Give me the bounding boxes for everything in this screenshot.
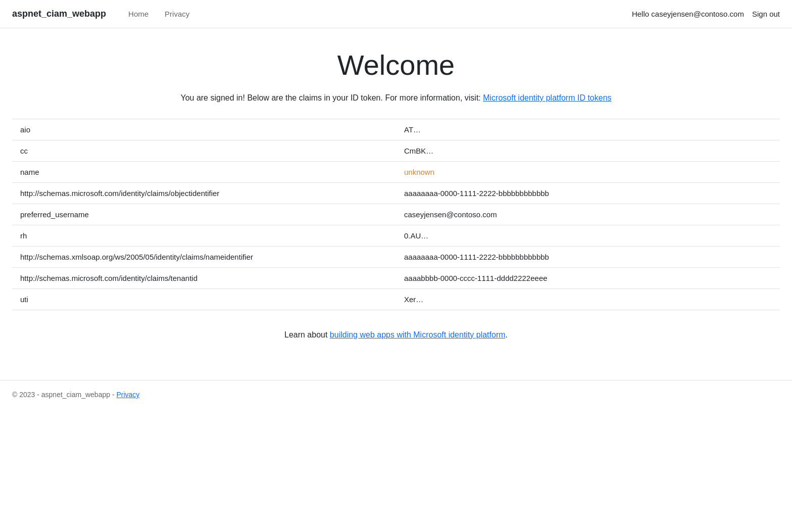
navbar: aspnet_ciam_webapp Home Privacy Hello ca… (0, 0, 792, 28)
signout-link[interactable]: Sign out (752, 10, 780, 18)
learn-more-link[interactable]: building web apps with Microsoft identit… (330, 330, 506, 339)
claim-value: aaaaaaaa-0000-1111-2222-bbbbbbbbbbbb (396, 247, 780, 268)
claim-value: caseyjensen@contoso.com (396, 204, 780, 225)
table-row: http://schemas.xmlsoap.org/ws/2005/05/id… (12, 247, 780, 268)
nav-link-privacy[interactable]: Privacy (159, 6, 195, 22)
claim-key: http://schemas.microsoft.com/identity/cl… (12, 183, 396, 204)
learn-more-suffix: . (506, 330, 508, 339)
main-content: Welcome You are signed in! Below are the… (0, 28, 792, 380)
learn-more-prefix: Learn about (284, 330, 330, 339)
table-row: http://schemas.microsoft.com/identity/cl… (12, 268, 780, 289)
claim-value: aaaaaaaa-0000-1111-2222-bbbbbbbbbbbb (396, 183, 780, 204)
claim-value: 0.AU… (396, 225, 780, 247)
claims-table: aioAT…ccCmBK…nameunknownhttp://schemas.m… (12, 119, 780, 310)
claim-value: CmBK… (396, 140, 780, 162)
navbar-right: Hello caseyjensen@contoso.com Sign out (632, 10, 780, 18)
claim-value: unknown (396, 162, 780, 183)
footer-copyright: © 2023 - aspnet_ciam_webapp - (12, 391, 116, 399)
table-row: rh0.AU… (12, 225, 780, 247)
claim-key: uti (12, 289, 396, 310)
page-title: Welcome (12, 49, 780, 81)
claim-value: Xer… (396, 289, 780, 310)
claim-key: name (12, 162, 396, 183)
subtitle: You are signed in! Below are the claims … (12, 93, 780, 103)
navbar-brand[interactable]: aspnet_ciam_webapp (12, 9, 106, 19)
table-row: aioAT… (12, 119, 780, 140)
claim-key: aio (12, 119, 396, 140)
claim-key: http://schemas.xmlsoap.org/ws/2005/05/id… (12, 247, 396, 268)
footer-privacy-link[interactable]: Privacy (116, 391, 139, 399)
table-row: http://schemas.microsoft.com/identity/cl… (12, 183, 780, 204)
subtitle-link[interactable]: Microsoft identity platform ID tokens (483, 93, 611, 102)
hello-text: Hello caseyjensen@contoso.com (632, 10, 744, 18)
nav-item-home: Home (122, 10, 155, 19)
subtitle-prefix: You are signed in! Below are the claims … (180, 93, 480, 102)
claim-key: preferred_username (12, 204, 396, 225)
claim-key: rh (12, 225, 396, 247)
table-row: nameunknown (12, 162, 780, 183)
table-row: utiXer… (12, 289, 780, 310)
learn-more: Learn about building web apps with Micro… (12, 330, 780, 340)
footer: © 2023 - aspnet_ciam_webapp - Privacy (0, 380, 792, 409)
nav-link-home[interactable]: Home (122, 6, 155, 22)
claim-key: http://schemas.microsoft.com/identity/cl… (12, 268, 396, 289)
claim-value: aaaabbbb-0000-cccc-1111-dddd2222eeee (396, 268, 780, 289)
nav-item-privacy: Privacy (159, 10, 195, 19)
navbar-nav: Home Privacy (122, 10, 195, 19)
claim-value: AT… (396, 119, 780, 140)
table-row: preferred_usernamecaseyjensen@contoso.co… (12, 204, 780, 225)
claim-key: cc (12, 140, 396, 162)
table-row: ccCmBK… (12, 140, 780, 162)
